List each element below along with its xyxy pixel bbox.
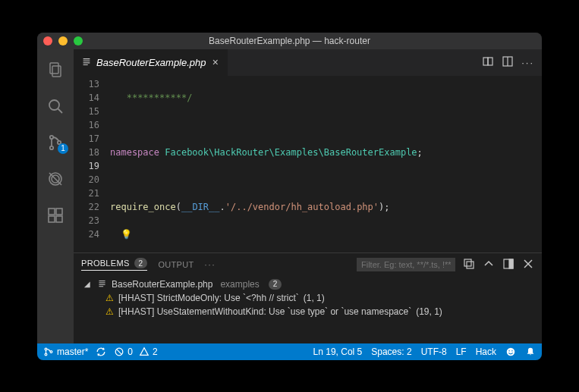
window-controls (43, 36, 83, 45)
panel-actions (357, 258, 534, 271)
svg-point-2 (49, 100, 59, 110)
extensions-icon[interactable] (37, 201, 74, 230)
tab-actions: ··· (482, 49, 542, 76)
problems-file-count: 2 (269, 279, 282, 290)
panel: PROBLEMS 2 OUTPUT ··· ◢ (74, 252, 542, 343)
source-control-icon[interactable]: 1 (37, 128, 74, 157)
svg-rect-23 (467, 262, 474, 268)
problems-file-folder: examples (220, 279, 259, 290)
close-tab-icon[interactable]: × (211, 56, 220, 68)
scm-badge: 1 (58, 143, 68, 154)
svg-rect-1 (52, 66, 61, 77)
code-line[interactable] (110, 173, 542, 187)
status-cursor[interactable]: Ln 19, Col 5 (313, 347, 363, 357)
filter-input[interactable] (357, 258, 455, 271)
code-line[interactable]: ***********/ (110, 91, 542, 105)
gutter: 13 14 15 16 17 18 19 20 21 22 23 24 (74, 76, 110, 252)
code-line[interactable]: namespace Facebook\HackRouter\Examples\B… (110, 146, 542, 159)
app-window: BaseRouterExample.php — hack-router 1 (37, 33, 542, 360)
svg-point-4 (50, 135, 53, 138)
code-line[interactable] (110, 118, 542, 132)
svg-rect-0 (50, 63, 58, 74)
workbench: 1 BaseRouterExample.php × (37, 49, 542, 343)
toggle-layout-icon[interactable] (502, 258, 514, 271)
status-branch[interactable]: master* (43, 347, 88, 357)
svg-rect-11 (56, 209, 62, 215)
svg-point-37 (507, 347, 515, 356)
svg-rect-18 (483, 58, 488, 65)
status-sync-icon[interactable] (96, 347, 106, 357)
editor[interactable]: 13 14 15 16 17 18 19 20 21 22 23 24 ****… (74, 76, 542, 252)
svg-line-3 (58, 108, 63, 113)
svg-point-39 (511, 350, 513, 351)
close-panel-icon[interactable] (522, 258, 534, 271)
warning-icon: ⚠ (105, 306, 114, 317)
svg-point-38 (508, 350, 510, 351)
status-feedback-icon[interactable] (505, 347, 516, 357)
editor-group: BaseRouterExample.php × ··· 13 14 15 16 … (74, 49, 542, 343)
svg-rect-10 (49, 209, 55, 215)
close-window-button[interactable] (43, 36, 52, 45)
status-bell-icon[interactable] (525, 347, 536, 357)
svg-rect-12 (49, 216, 55, 222)
more-actions-icon[interactable]: ··· (521, 57, 534, 68)
svg-rect-19 (488, 58, 492, 65)
debug-icon[interactable] (37, 165, 74, 193)
svg-point-33 (45, 353, 47, 356)
file-icon (96, 279, 107, 289)
chevron-down-icon: ◢ (84, 280, 92, 288)
status-indent[interactable]: Spaces: 2 (371, 347, 411, 357)
explorer-icon[interactable] (37, 55, 74, 84)
problems-list: ◢ BaseRouterExample.php examples 2 ⚠ [HH… (74, 276, 542, 343)
zoom-window-button[interactable] (74, 36, 83, 45)
svg-point-32 (45, 348, 47, 350)
status-language[interactable]: Hack (476, 347, 496, 357)
panel-tab-problems[interactable]: PROBLEMS 2 (81, 258, 147, 271)
svg-rect-25 (509, 259, 513, 268)
svg-rect-22 (464, 259, 471, 266)
panel-tab-output[interactable]: OUTPUT (158, 260, 194, 269)
code-line[interactable]: require_once(__DIR__.'/../vendor/hh_auto… (110, 200, 542, 214)
problem-item[interactable]: ⚠ [HHAST] UseStatementWithoutKind: Use `… (80, 305, 536, 318)
problems-file-name: BaseRouterExample.php (112, 279, 212, 290)
panel-tabs: PROBLEMS 2 OUTPUT ··· (74, 253, 542, 276)
svg-line-36 (117, 349, 121, 353)
file-icon (81, 57, 92, 67)
lightbulb-icon[interactable]: 💡 (121, 229, 132, 240)
status-eol[interactable]: LF (456, 347, 467, 357)
search-icon[interactable] (37, 92, 74, 121)
svg-point-5 (50, 146, 53, 149)
chevron-up-icon[interactable] (483, 258, 495, 271)
window-title: BaseRouterExample.php — hack-router (37, 36, 542, 46)
minimize-window-button[interactable] (58, 36, 68, 45)
tab-label: BaseRouterExample.php (96, 57, 206, 68)
warning-icon: ⚠ (105, 293, 114, 303)
status-encoding[interactable]: UTF-8 (421, 347, 447, 357)
activitybar: 1 (37, 49, 74, 343)
compare-icon[interactable] (482, 55, 494, 70)
titlebar: BaseRouterExample.php — hack-router (37, 33, 542, 49)
statusbar: master* 0 2 Ln 19, Col 5 Spaces: 2 UTF-8… (37, 343, 542, 360)
svg-rect-13 (56, 216, 62, 222)
code-line[interactable]: 💡 (110, 227, 542, 241)
tabbar: BaseRouterExample.php × ··· (74, 49, 542, 76)
problems-file-row[interactable]: ◢ BaseRouterExample.php examples 2 (80, 278, 536, 291)
tab-active[interactable]: BaseRouterExample.php × (74, 49, 228, 76)
collapse-all-icon[interactable] (463, 258, 475, 271)
code-area[interactable]: ***********/ namespace Facebook\HackRout… (110, 76, 542, 252)
status-problems[interactable]: 0 2 (114, 347, 157, 357)
panel-tab-more-icon[interactable]: ··· (204, 260, 216, 269)
problem-item[interactable]: ⚠ [HHAST] StrictModeOnly: Use `<?hh // s… (80, 291, 536, 305)
split-editor-icon[interactable] (502, 55, 514, 70)
